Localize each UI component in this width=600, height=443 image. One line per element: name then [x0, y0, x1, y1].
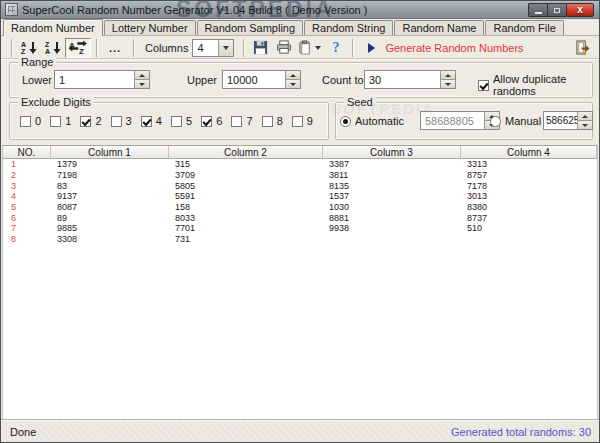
exclude-digit-9-checkbox[interactable]: 9	[292, 115, 322, 127]
upper-value[interactable]: 10000	[223, 71, 285, 88]
data-cell: 3308	[51, 234, 169, 244]
tab-random-sampling[interactable]: Random Sampling	[197, 20, 304, 35]
sort-ascending-icon: A Z	[20, 40, 38, 55]
seed-automatic-input[interactable]: 58688805	[420, 111, 500, 130]
data-cell: 3811	[323, 170, 461, 180]
exclude-digits-group: Exclude Digits 0123456789	[9, 102, 329, 140]
column-header: Column 1	[51, 146, 169, 158]
exclude-digit-2-checkbox[interactable]: 2	[80, 115, 110, 127]
tab-random-number[interactable]: Random Number	[3, 19, 103, 36]
svg-text:A: A	[21, 41, 26, 48]
count-to-value[interactable]: 30	[365, 71, 440, 88]
exclude-digit-4-checkbox[interactable]: 4	[141, 115, 171, 127]
help-icon: ?	[332, 40, 339, 56]
seed-manual-value[interactable]: 58662536	[544, 112, 577, 129]
save-button[interactable]	[249, 38, 272, 58]
close-button[interactable]: x	[566, 3, 594, 17]
generate-label: Generate Random Numbers	[385, 42, 523, 54]
row-number-cell: 4	[3, 191, 51, 201]
data-cell: 7178	[461, 181, 597, 191]
data-cell: 1030	[323, 202, 461, 212]
combobox-dropdown-button[interactable]	[218, 40, 233, 56]
exclude-digit-0-checkbox[interactable]: 0	[20, 115, 50, 127]
spinner-buttons[interactable]	[440, 71, 455, 88]
tab-random-file[interactable]: Random File	[485, 20, 563, 35]
titlebar[interactable]: SOFTPEDIA SuperCool Random Number Genera…	[1, 1, 599, 19]
checkbox-label: 9	[307, 115, 313, 127]
shuffle-button[interactable]: A Z	[65, 38, 91, 58]
seed-manual-radio[interactable]: Manual	[490, 115, 541, 127]
checkbox-box	[20, 116, 31, 127]
data-cell: 158	[169, 202, 323, 212]
seed-automatic-value[interactable]: 58688805	[421, 112, 484, 129]
allow-duplicates-label: Allow duplicate randoms	[493, 73, 592, 97]
table-row[interactable]: 1137931533873313	[3, 159, 597, 170]
checkbox-label: 0	[35, 115, 41, 127]
allow-duplicates-checkbox[interactable]: Allow duplicate randoms	[478, 73, 592, 97]
spinner-buttons[interactable]	[577, 112, 592, 129]
table-row[interactable]: 27198370938118757	[3, 170, 597, 181]
table-row[interactable]: 83308731	[3, 234, 597, 245]
checkbox-box	[292, 116, 303, 127]
print-button[interactable]	[272, 38, 295, 58]
minimize-icon	[535, 12, 542, 14]
seed-automatic-radio[interactable]: Automatic	[340, 115, 404, 127]
exclude-digit-5-checkbox[interactable]: 5	[171, 115, 201, 127]
radio-icon	[340, 116, 351, 127]
exclude-digit-6-checkbox[interactable]: 6	[201, 115, 231, 127]
spinner-buttons[interactable]	[285, 71, 300, 88]
seed-manual-label: Manual	[505, 115, 541, 127]
table-row[interactable]: 7988577019938510	[3, 223, 597, 234]
exclude-digit-8-checkbox[interactable]: 8	[262, 115, 292, 127]
toolbar-separator	[133, 39, 134, 57]
lower-value[interactable]: 1	[55, 71, 134, 88]
sort-descending-button[interactable]: Z A	[41, 38, 65, 58]
data-cell: 9137	[51, 191, 169, 201]
generate-random-numbers-button[interactable]: Generate Random Numbers	[368, 42, 523, 54]
radio-icon	[490, 116, 501, 127]
range-group: Range Lower 1 Upper 10000 Count to 30 Al…	[9, 62, 593, 98]
spin-down-icon	[290, 83, 296, 86]
exclude-digit-1-checkbox[interactable]: 1	[50, 115, 80, 127]
table-row[interactable]: 383580581357178	[3, 180, 597, 191]
maximize-icon	[554, 8, 560, 13]
copy-button[interactable]	[295, 38, 324, 58]
tab-random-name[interactable]: Random Name	[394, 20, 484, 35]
maximize-button[interactable]	[547, 3, 566, 17]
table-row[interactable]: 5808715810308380	[3, 202, 597, 213]
checkbox-label: 4	[156, 115, 162, 127]
data-cell: 5805	[169, 181, 323, 191]
checkbox-label: 5	[186, 115, 192, 127]
minimize-button[interactable]	[528, 3, 547, 17]
seed-manual-input[interactable]: 58662536	[543, 111, 593, 130]
checkbox-box	[50, 116, 61, 127]
data-cell: 8380	[461, 202, 597, 212]
data-cell: 8737	[461, 213, 597, 223]
data-cell: 9938	[323, 223, 461, 233]
table-row[interactable]: 49137559115373013	[3, 191, 597, 202]
columns-combobox[interactable]: 4	[192, 39, 234, 57]
data-cell: 1379	[51, 159, 169, 169]
upper-input[interactable]: 10000	[222, 70, 301, 89]
row-number-cell: 5	[3, 202, 51, 212]
spinner-buttons[interactable]	[134, 71, 149, 88]
exit-button[interactable]	[571, 38, 594, 58]
lower-input[interactable]: 1	[54, 70, 150, 89]
sort-ascending-button[interactable]: A Z	[17, 38, 41, 58]
toolbar-separator	[352, 39, 353, 57]
count-to-input[interactable]: 30	[364, 70, 456, 89]
spin-up-icon	[445, 74, 451, 77]
data-cell: 8135	[323, 181, 461, 191]
tab-lottery-number[interactable]: Lottery Number	[104, 20, 196, 35]
checkbox-box	[111, 116, 122, 127]
table-row[interactable]: 689803388818737	[3, 212, 597, 223]
app-icon	[5, 3, 18, 16]
svg-text:Z: Z	[79, 47, 84, 55]
help-button[interactable]: ?	[324, 38, 347, 58]
spin-down-icon	[582, 124, 588, 127]
column-header: Column 4	[461, 146, 597, 158]
more-options-button[interactable]: ...	[102, 38, 128, 58]
exclude-digit-3-checkbox[interactable]: 3	[111, 115, 141, 127]
exclude-digit-7-checkbox[interactable]: 7	[231, 115, 261, 127]
tab-random-string[interactable]: Random String	[304, 20, 393, 35]
